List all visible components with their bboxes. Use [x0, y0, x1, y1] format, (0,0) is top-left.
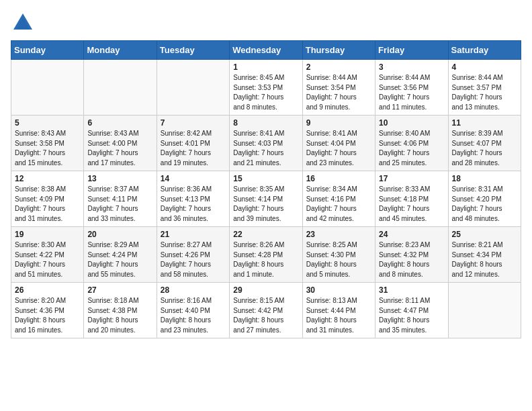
day-number: 1 [233, 62, 298, 72]
day-number: 31 [379, 285, 444, 295]
day-number: 2 [306, 62, 371, 72]
day-info: Sunrise: 8:42 AM Sunset: 4:01 PM Dayligh… [161, 129, 226, 168]
header-thursday: Thursday [302, 41, 375, 60]
day-info: Sunrise: 8:36 AM Sunset: 4:13 PM Dayligh… [161, 185, 226, 224]
calendar-cell: 5Sunrise: 8:43 AM Sunset: 3:58 PM Daylig… [11, 116, 84, 171]
calendar-cell: 4Sunrise: 8:44 AM Sunset: 3:57 PM Daylig… [448, 60, 521, 116]
day-info: Sunrise: 8:16 AM Sunset: 4:40 PM Dayligh… [161, 296, 226, 335]
day-info: Sunrise: 8:34 AM Sunset: 4:16 PM Dayligh… [306, 185, 371, 224]
calendar-cell: 11Sunrise: 8:39 AM Sunset: 4:07 PM Dayli… [448, 116, 521, 171]
calendar-cell: 17Sunrise: 8:33 AM Sunset: 4:18 PM Dayli… [375, 171, 448, 227]
calendar-cell: 20Sunrise: 8:29 AM Sunset: 4:24 PM Dayli… [84, 227, 157, 283]
calendar-cell: 19Sunrise: 8:30 AM Sunset: 4:22 PM Dayli… [11, 227, 84, 283]
day-info: Sunrise: 8:26 AM Sunset: 4:28 PM Dayligh… [233, 240, 298, 279]
calendar-cell: 15Sunrise: 8:35 AM Sunset: 4:14 PM Dayli… [230, 171, 302, 227]
day-number: 12 [15, 174, 80, 183]
calendar-cell: 12Sunrise: 8:38 AM Sunset: 4:09 PM Dayli… [11, 171, 84, 227]
calendar-cell: 29Sunrise: 8:15 AM Sunset: 4:42 PM Dayli… [230, 283, 302, 338]
header-monday: Monday [84, 41, 157, 60]
day-info: Sunrise: 8:15 AM Sunset: 4:42 PM Dayligh… [233, 296, 298, 335]
calendar-week-row: 19Sunrise: 8:30 AM Sunset: 4:22 PM Dayli… [11, 227, 521, 283]
day-number: 29 [233, 285, 298, 295]
calendar-cell: 16Sunrise: 8:34 AM Sunset: 4:16 PM Dayli… [302, 171, 375, 227]
calendar-cell: 18Sunrise: 8:31 AM Sunset: 4:20 PM Dayli… [448, 171, 521, 227]
day-info: Sunrise: 8:27 AM Sunset: 4:26 PM Dayligh… [161, 240, 226, 279]
day-info: Sunrise: 8:33 AM Sunset: 4:18 PM Dayligh… [379, 185, 444, 224]
calendar-cell: 14Sunrise: 8:36 AM Sunset: 4:13 PM Dayli… [157, 171, 229, 227]
day-info: Sunrise: 8:37 AM Sunset: 4:11 PM Dayligh… [87, 185, 152, 224]
calendar-cell: 2Sunrise: 8:44 AM Sunset: 3:54 PM Daylig… [302, 60, 375, 116]
day-number: 9 [306, 118, 371, 128]
day-number: 5 [15, 118, 80, 128]
calendar-cell: 6Sunrise: 8:43 AM Sunset: 4:00 PM Daylig… [84, 116, 157, 171]
day-number: 30 [306, 285, 371, 295]
day-number: 11 [452, 118, 517, 128]
calendar-cell: 22Sunrise: 8:26 AM Sunset: 4:28 PM Dayli… [230, 227, 302, 283]
calendar-cell: 13Sunrise: 8:37 AM Sunset: 4:11 PM Dayli… [84, 171, 157, 227]
calendar-week-row: 1Sunrise: 8:45 AM Sunset: 3:53 PM Daylig… [11, 60, 521, 116]
day-info: Sunrise: 8:44 AM Sunset: 3:56 PM Dayligh… [379, 73, 444, 112]
calendar-cell: 28Sunrise: 8:16 AM Sunset: 4:40 PM Dayli… [157, 283, 229, 338]
day-number: 19 [15, 230, 80, 239]
day-number: 13 [87, 174, 152, 183]
calendar-cell [11, 60, 84, 116]
header-friday: Friday [375, 41, 448, 60]
day-info: Sunrise: 8:44 AM Sunset: 3:54 PM Dayligh… [306, 73, 371, 112]
calendar-header: Sunday Monday Tuesday Wednesday Thursday… [11, 41, 521, 60]
calendar-week-row: 12Sunrise: 8:38 AM Sunset: 4:09 PM Dayli… [11, 171, 521, 227]
day-number: 28 [161, 285, 226, 295]
calendar-week-row: 26Sunrise: 8:20 AM Sunset: 4:36 PM Dayli… [11, 283, 521, 338]
calendar-table: Sunday Monday Tuesday Wednesday Thursday… [11, 40, 521, 338]
calendar-cell: 27Sunrise: 8:18 AM Sunset: 4:38 PM Dayli… [84, 283, 157, 338]
page-header [11, 11, 521, 35]
calendar-cell [448, 283, 521, 338]
day-info: Sunrise: 8:20 AM Sunset: 4:36 PM Dayligh… [15, 296, 80, 335]
day-info: Sunrise: 8:29 AM Sunset: 4:24 PM Dayligh… [87, 240, 152, 279]
day-number: 20 [87, 230, 152, 239]
calendar-cell: 26Sunrise: 8:20 AM Sunset: 4:36 PM Dayli… [11, 283, 84, 338]
header-saturday: Saturday [448, 41, 521, 60]
day-info: Sunrise: 8:38 AM Sunset: 4:09 PM Dayligh… [15, 185, 80, 224]
calendar-cell: 7Sunrise: 8:42 AM Sunset: 4:01 PM Daylig… [157, 116, 229, 171]
calendar-cell: 23Sunrise: 8:25 AM Sunset: 4:30 PM Dayli… [302, 227, 375, 283]
day-info: Sunrise: 8:43 AM Sunset: 4:00 PM Dayligh… [87, 129, 152, 168]
calendar-cell: 3Sunrise: 8:44 AM Sunset: 3:56 PM Daylig… [375, 60, 448, 116]
day-info: Sunrise: 8:30 AM Sunset: 4:22 PM Dayligh… [15, 240, 80, 279]
day-info: Sunrise: 8:23 AM Sunset: 4:32 PM Dayligh… [379, 240, 444, 279]
day-info: Sunrise: 8:44 AM Sunset: 3:57 PM Dayligh… [452, 73, 517, 112]
calendar-cell [84, 60, 157, 116]
day-number: 21 [161, 230, 226, 239]
day-number: 18 [452, 174, 517, 183]
day-number: 17 [379, 174, 444, 183]
calendar-cell: 30Sunrise: 8:13 AM Sunset: 4:44 PM Dayli… [302, 283, 375, 338]
day-number: 4 [452, 62, 517, 72]
day-info: Sunrise: 8:40 AM Sunset: 4:06 PM Dayligh… [379, 129, 444, 168]
day-number: 26 [15, 285, 80, 295]
calendar-cell: 25Sunrise: 8:21 AM Sunset: 4:34 PM Dayli… [448, 227, 521, 283]
day-info: Sunrise: 8:18 AM Sunset: 4:38 PM Dayligh… [87, 296, 152, 335]
day-number: 22 [233, 230, 298, 239]
day-number: 6 [87, 118, 152, 128]
day-number: 25 [452, 230, 517, 239]
day-number: 27 [87, 285, 152, 295]
calendar-cell [157, 60, 229, 116]
calendar-cell: 8Sunrise: 8:41 AM Sunset: 4:03 PM Daylig… [230, 116, 302, 171]
header-wednesday: Wednesday [230, 41, 302, 60]
calendar-body: 1Sunrise: 8:45 AM Sunset: 3:53 PM Daylig… [11, 60, 521, 338]
day-number: 24 [379, 230, 444, 239]
day-info: Sunrise: 8:43 AM Sunset: 3:58 PM Dayligh… [15, 129, 80, 168]
day-info: Sunrise: 8:41 AM Sunset: 4:04 PM Dayligh… [306, 129, 371, 168]
day-number: 15 [233, 174, 298, 183]
logo-icon [11, 11, 35, 35]
day-info: Sunrise: 8:11 AM Sunset: 4:47 PM Dayligh… [379, 296, 444, 335]
calendar-cell: 9Sunrise: 8:41 AM Sunset: 4:04 PM Daylig… [302, 116, 375, 171]
calendar-cell: 1Sunrise: 8:45 AM Sunset: 3:53 PM Daylig… [230, 60, 302, 116]
calendar-cell: 31Sunrise: 8:11 AM Sunset: 4:47 PM Dayli… [375, 283, 448, 338]
day-info: Sunrise: 8:45 AM Sunset: 3:53 PM Dayligh… [233, 73, 298, 112]
day-info: Sunrise: 8:25 AM Sunset: 4:30 PM Dayligh… [306, 240, 371, 279]
day-info: Sunrise: 8:31 AM Sunset: 4:20 PM Dayligh… [452, 185, 517, 224]
day-number: 3 [379, 62, 444, 72]
day-info: Sunrise: 8:13 AM Sunset: 4:44 PM Dayligh… [306, 296, 371, 335]
day-number: 23 [306, 230, 371, 239]
day-number: 10 [379, 118, 444, 128]
